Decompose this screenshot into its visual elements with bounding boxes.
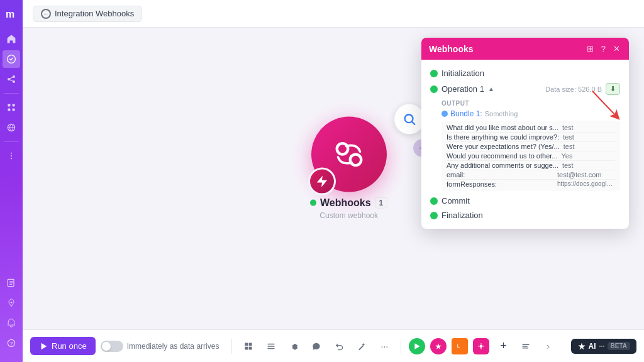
sidebar-icon-connections[interactable] [3,70,20,88]
toolbar-settings-btn[interactable] [285,337,303,355]
webhook-node[interactable]: + [310,117,387,220]
sidebar-icon-book[interactable] [3,274,20,292]
svg-point-43 [603,346,604,347]
panel-grid-btn[interactable]: ⊞ [586,43,595,55]
toolbar-undo-btn[interactable] [330,337,348,355]
toolbar-align-btn[interactable] [517,337,535,355]
sidebar-icon-scenarios[interactable] [3,50,20,68]
svg-rect-7 [8,104,10,106]
operation-label: Operation 1 [441,84,484,94]
svg-point-15 [11,302,12,303]
commit-row: Commit [430,194,620,208]
data-val-3: Yes [562,152,573,160]
search-bubble[interactable] [394,104,425,134]
data-row-6: formResponses: https://docs.google.com/f… [447,180,615,189]
data-key-4: Any additional comments or sugge... [447,162,558,169]
operation-chevron[interactable]: ▲ [488,85,494,92]
output-section: OUTPUT Bundle 1: Something What did you … [430,100,620,191]
node-status-dot [310,200,316,206]
toggle-label: Immediately as data arrives [127,342,219,351]
data-row-4: Any additional comments or sugge... test [447,161,615,170]
ai-label: AI [589,342,596,351]
sidebar-icon-more[interactable] [3,147,20,165]
operation-row: Operation 1 ▲ Data size: 526.0 B ⬇ [430,80,620,97]
data-val-0: test [562,124,574,131]
topbar: ← Integration Webhooks [23,0,644,28]
toolbar-add-btn[interactable]: + [494,337,512,355]
sidebar-icon-apps[interactable] [3,99,20,116]
toolbar-more-btn[interactable]: ··· [375,337,393,355]
output-label: OUTPUT [441,100,620,107]
svg-rect-29 [268,346,275,346]
node-sublabel: Custom webhook [319,211,378,220]
run-once-label: Run once [52,341,87,351]
operation-left: Operation 1 ▲ [430,84,494,94]
toggle-container: Immediately as data arrives [101,341,219,352]
sidebar-icon-bell[interactable] [3,314,20,332]
bundle-dot [441,111,448,117]
svg-line-5 [10,77,13,79]
data-key-6: formResponses: [447,180,553,188]
svg-rect-30 [268,348,275,348]
svg-marker-31 [415,343,420,349]
toolbar-wand-btn[interactable] [353,337,370,355]
operation-right: Data size: 526.0 B ⬇ [545,83,620,95]
back-icon: ← [41,9,51,19]
svg-rect-38 [523,344,530,344]
toolbar-chat-btn[interactable] [308,337,325,355]
download-btn[interactable]: ⬇ [606,83,620,95]
beta-badge: BETA [608,342,630,350]
svg-point-4 [13,80,15,83]
data-size-label: Data size: 526.0 B [545,85,602,93]
bundle-row: Bundle 1: Something [441,109,620,118]
main-content: ← Integration Webhooks + [23,0,644,362]
toolbar-divider-2 [401,339,401,354]
data-table: What did you like most about our s... te… [441,121,620,191]
breadcrumb-label: Integration Webhooks [55,9,134,18]
data-row-2: Were your expectations met? (Yes/... tes… [447,142,615,151]
svg-rect-39 [523,346,528,346]
webhooks-panel: Webhooks ⊞ ? ✕ Initialization Oper [421,38,629,229]
toolbar-green-btn[interactable] [409,338,425,354]
svg-rect-8 [13,104,15,106]
svg-rect-26 [245,346,248,349]
data-row-1: Is there anything we could improve?: tes… [447,133,615,142]
sidebar-icon-home[interactable] [3,30,20,48]
panel-title: Webhooks [429,44,474,54]
toolbar-pink-btn[interactable] [430,338,447,354]
data-val-5: test@test.com [557,171,601,178]
finalization-row: Finalization [430,208,620,222]
commit-label: Commit [441,196,470,206]
svg-point-33 [480,344,483,348]
scheduling-toggle[interactable] [101,341,123,352]
toolbar-purple-btn[interactable] [473,338,489,354]
data-key-1: Is there anything we could improve?: [447,133,559,141]
svg-rect-27 [249,346,252,349]
ai-button[interactable]: AI BETA [571,339,636,354]
toolbar-table-btn[interactable] [240,337,257,355]
sidebar-divider-2 [4,141,19,142]
svg-text:?: ? [10,341,13,346]
toggle-thumb [102,342,111,351]
sidebar-icon-help[interactable]: ? [3,334,20,352]
node-icon: + [311,117,387,192]
svg-point-13 [11,155,12,156]
sidebar-icon-globe[interactable] [3,119,20,136]
init-status-dot [430,70,438,77]
data-val-4: test [562,162,574,169]
panel-body: Initialization Operation 1 ▲ Data size: … [421,60,629,229]
panel-help-btn[interactable]: ? [600,43,607,55]
initialization-row: Initialization [430,66,620,80]
toolbar-orange-btn[interactable]: L [452,338,468,354]
node-sub-circle [308,168,336,195]
bottom-toolbar: Run once Immediately as data arrives ··· [23,329,644,362]
data-val-6: https://docs.google.com/forms/d/e/1FAIpQ… [557,180,615,188]
run-once-button[interactable]: Run once [30,337,96,355]
svg-point-2 [8,78,10,80]
data-val-1: test [563,133,574,141]
toolbar-chevron-btn[interactable] [540,337,557,355]
panel-close-btn[interactable]: ✕ [612,43,621,55]
sidebar-icon-rocket[interactable] [3,294,20,312]
breadcrumb-btn[interactable]: ← Integration Webhooks [33,6,142,22]
toolbar-list-btn[interactable] [262,337,280,355]
